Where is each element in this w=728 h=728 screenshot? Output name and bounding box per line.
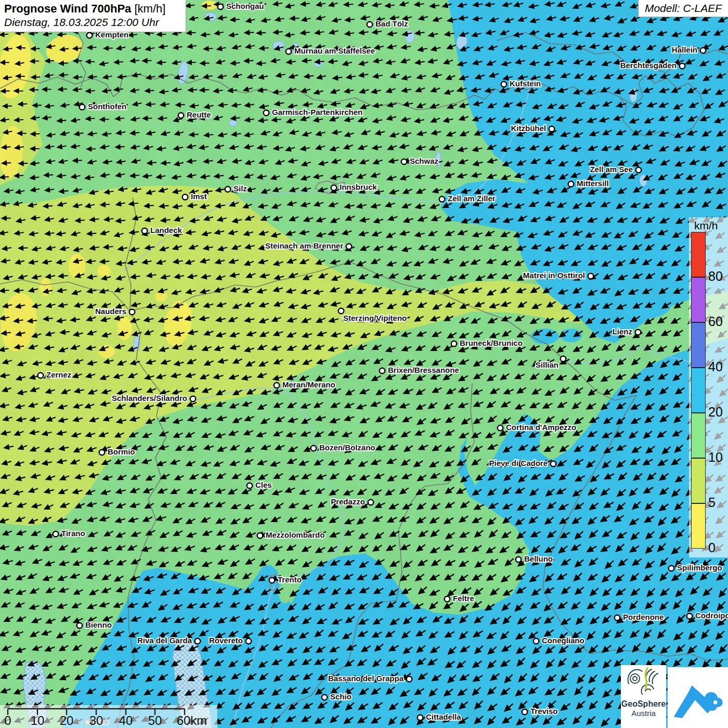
city-marker bbox=[367, 22, 373, 28]
scale-tick-label: 0 bbox=[4, 713, 11, 727]
city-label: Berchtesgaden bbox=[620, 61, 677, 70]
city-marker bbox=[635, 330, 641, 335]
geosphere-country: Austria bbox=[621, 709, 666, 718]
mountain-cloud-icon bbox=[668, 667, 728, 728]
city-label: Cortina d'Ampezzo bbox=[506, 423, 576, 432]
city-label: Trento bbox=[278, 575, 302, 584]
city-label: Pieve di Cadore bbox=[489, 459, 548, 467]
city-marker bbox=[501, 82, 507, 87]
wind-forecast-screenshot: IseoSchongauBad TölzKemptenMurnau am Sta… bbox=[0, 0, 728, 728]
city-label: Matrei in Osttirol bbox=[523, 271, 585, 280]
city-marker bbox=[401, 159, 407, 165]
city-label: Belluno bbox=[524, 554, 553, 563]
city-marker bbox=[183, 194, 188, 200]
city-label: Kufstein bbox=[510, 79, 541, 88]
city: Brixen/Bressanone bbox=[380, 366, 459, 374]
city: Mezzolombardo bbox=[257, 530, 325, 539]
scale-tick-label: 10 bbox=[31, 713, 45, 727]
city-label: Schongau bbox=[226, 2, 264, 10]
legend-color-step bbox=[691, 503, 706, 549]
city: Matrei in Osttirol bbox=[523, 271, 593, 280]
city-label: Mittersill bbox=[577, 179, 609, 188]
title-box: Prognose Wind 700hPa [km/h] Dienstag, 18… bbox=[0, 0, 186, 32]
city-marker bbox=[700, 48, 706, 54]
city-marker bbox=[129, 309, 135, 315]
legend-value: 60 bbox=[708, 315, 723, 328]
city-marker bbox=[368, 500, 374, 505]
city-marker bbox=[178, 113, 184, 119]
city-label: Cles bbox=[255, 480, 272, 489]
city-marker bbox=[636, 167, 642, 173]
city: Spilimbergo bbox=[669, 563, 722, 572]
city-label: Brixen/Bressanone bbox=[388, 366, 459, 374]
city-label: Zernez bbox=[46, 370, 71, 379]
city-marker bbox=[498, 425, 503, 431]
legend-color-step bbox=[691, 277, 706, 322]
city-label: Sterzing/Vipiteno bbox=[343, 314, 407, 322]
forecast-map: IseoSchongauBad TölzKemptenMurnau am Sta… bbox=[0, 0, 728, 728]
city-marker bbox=[407, 677, 412, 682]
city-marker bbox=[551, 461, 556, 467]
city-label: Pordenone bbox=[623, 613, 664, 621]
legend-value: 10 bbox=[708, 451, 723, 464]
city-label: Murnau am Staffelsee bbox=[294, 46, 375, 55]
city-label: Treviso bbox=[530, 707, 558, 716]
legend-value: 0 bbox=[708, 541, 716, 554]
city-marker bbox=[687, 614, 693, 619]
city-label: Riva del Garda bbox=[137, 636, 192, 645]
legend-color-step bbox=[691, 232, 706, 277]
city-marker bbox=[142, 228, 148, 234]
city-label: Sillian bbox=[536, 360, 558, 369]
city-marker bbox=[38, 373, 44, 379]
city-marker bbox=[380, 368, 385, 374]
city-label: Garmisch-Partenkirchen bbox=[272, 108, 362, 116]
city-marker bbox=[615, 615, 620, 621]
city-marker bbox=[225, 187, 231, 192]
city: Pieve di Cadore bbox=[489, 459, 556, 467]
legend-panel: km/h 806040201050 bbox=[689, 217, 728, 557]
city-marker bbox=[80, 105, 85, 110]
geosphere-contour-icon bbox=[625, 665, 663, 698]
forecast-datetime: Dienstag, 18.03.2025 12:00 Uhr bbox=[4, 16, 181, 29]
city-marker bbox=[274, 383, 280, 388]
city-label: Feltre bbox=[453, 594, 474, 603]
scale-bar-graphic: 0102030405060km bbox=[0, 705, 217, 728]
city: Meran/Merano bbox=[274, 380, 335, 389]
city: Bruneck/Brunico bbox=[451, 339, 523, 347]
city: Cortina d'Ampezzo bbox=[498, 423, 577, 432]
city: Bozen/Bolzano bbox=[311, 443, 375, 452]
city-label: Schio bbox=[330, 692, 352, 701]
city: Steinach am Brenner bbox=[265, 241, 352, 250]
scale-tick-label: 40 bbox=[119, 713, 133, 727]
city-marker bbox=[534, 639, 539, 644]
city-label: Zell am Ziller bbox=[448, 194, 496, 203]
city-label: Bassano del Grappa bbox=[328, 674, 404, 683]
city-label: Bozen/Bolzano bbox=[319, 443, 375, 452]
city-label: Silz bbox=[233, 184, 247, 193]
geosphere-org-name: GeoSphere bbox=[621, 699, 666, 709]
city-marker bbox=[77, 623, 83, 629]
city: Zell am Ziller bbox=[439, 194, 496, 203]
city-marker bbox=[522, 709, 528, 715]
geosphere-logo-box: GeoSphere Austria bbox=[621, 665, 666, 728]
city-marker bbox=[418, 715, 423, 721]
city-marker bbox=[346, 244, 352, 250]
city-label: Lienz bbox=[613, 327, 632, 336]
legend-value: 80 bbox=[708, 270, 723, 283]
legend-color-step bbox=[691, 368, 706, 413]
city-marker bbox=[218, 4, 224, 10]
city-marker bbox=[451, 341, 457, 347]
city-label: Imst bbox=[191, 192, 207, 201]
city-marker bbox=[246, 639, 252, 644]
city-label: Nauders bbox=[95, 307, 126, 316]
legend-value: 40 bbox=[708, 360, 723, 373]
city: Garmisch-Partenkirchen bbox=[264, 108, 363, 116]
city-label: Bad Tölz bbox=[375, 19, 408, 28]
city-marker bbox=[331, 185, 337, 191]
city-label: Innsbruck bbox=[340, 183, 377, 191]
city-label: Zell am See bbox=[590, 165, 633, 174]
city: Schlanders/Silandro bbox=[112, 394, 196, 402]
city-marker bbox=[549, 126, 555, 132]
scale-tick-label: 60km bbox=[177, 713, 207, 727]
city-marker bbox=[286, 49, 292, 55]
